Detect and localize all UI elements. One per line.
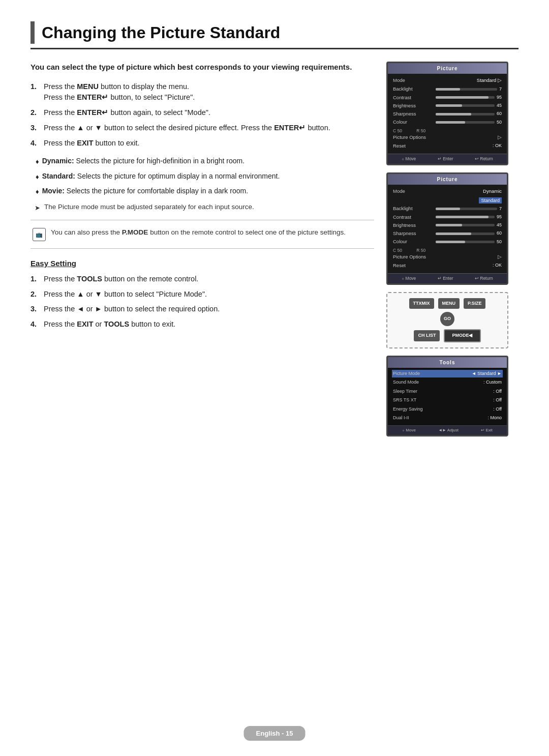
picture-mode-bullets: ♦ Dynamic: Selects the picture for high-… [36, 156, 374, 197]
remote-note: 📺 You can also press the P.MODE button o… [33, 227, 374, 241]
tv-row2-colour: Colour 50 [393, 238, 502, 245]
intro-text: You can select the type of picture which… [30, 62, 374, 73]
tv-screen-1: Picture Mode Standard ▷ Backlight 7 Cont… [386, 62, 508, 165]
tv-screen2-body: Mode Dynamic Standard Backlight 7 Contra… [388, 185, 507, 273]
tools-row-sound-mode: Sound Mode : Custom [392, 379, 503, 387]
left-column: You can select the type of picture which… [30, 62, 374, 437]
main-steps-list: 1. Press the MENU button to display the … [30, 81, 374, 149]
remote-row-1: TTXMIX MENU P.SIZE [409, 298, 486, 309]
tools-screen-body: Picture Mode ◄ Standard ► Sound Mode : C… [388, 368, 507, 425]
content-area: You can select the type of picture which… [30, 62, 518, 437]
tv-screen2-footer: ⬦ Move ↵ Enter ↩ Return [388, 273, 507, 283]
tv-screen2-colour-range: C 50 R 50 [393, 247, 502, 254]
tv-row-brightness: Brightness 45 [393, 102, 502, 109]
tv-screen1-body: Mode Standard ▷ Backlight 7 Contrast 95 [388, 74, 507, 154]
tv-row2-contrast: Contrast 95 [393, 214, 502, 221]
separator2 [30, 248, 374, 249]
right-column: Picture Mode Standard ▷ Backlight 7 Cont… [386, 62, 518, 437]
tools-row-srs: SRS TS XT : Off [392, 396, 503, 404]
tools-screen: Tools Picture Mode ◄ Standard ► Sound Mo… [386, 356, 508, 437]
title-accent [30, 21, 35, 44]
page-title: Changing the Picture Standard [42, 20, 280, 45]
remote-note-icon: 📺 [33, 228, 46, 241]
tv-screen2-picture-options: Picture Options ▷ [393, 253, 502, 260]
tools-row-picture-mode: Picture Mode ◄ Standard ► [392, 370, 503, 378]
remote-btn-menu: MENU [438, 298, 460, 309]
tv-screen1-colour-range: C 50 R 50 [393, 128, 502, 134]
bullet-standard: ♦ Standard: Selects the picture for opti… [36, 171, 374, 182]
easy-step-2: 2. Press the ▲ or ▼ button to select "Pi… [30, 289, 374, 300]
tv-screen2-header: Picture [388, 174, 507, 185]
tv-screen-2: Picture Mode Dynamic Standard Backlight … [386, 172, 508, 285]
easy-setting-steps: 1. Press the TOOLS button on the remote … [30, 274, 374, 330]
bullet-movie: ♦ Movie: Selects the picture for comfort… [36, 186, 374, 197]
remote-row-2: GO [440, 312, 454, 326]
tv-screen1-footer: ⬦ Move ↵ Enter ↩ Return [388, 154, 507, 164]
remote-row-3: CH LIST PMODE◀ [414, 329, 480, 342]
tools-screen-footer: ⬦ Move ◄► Adjust ↩ Exit [388, 425, 507, 435]
title-bar: Changing the Picture Standard [30, 20, 518, 49]
remote-btn-go: GO [440, 312, 454, 326]
tv-row-sharpness: Sharpness 60 [393, 110, 502, 118]
tv-screen1-picture-options: Picture Options ▷ [393, 134, 502, 141]
separator [30, 220, 374, 220]
tv-row2-sharpness: Sharpness 60 [393, 230, 502, 237]
remote-btn-ttxmix: TTXMIX [409, 298, 434, 309]
easy-step-3: 3. Press the ◄ or ► button to select the… [30, 304, 374, 315]
tv-row-colour: Colour 50 [393, 119, 502, 126]
remote-btn-chlist: CH LIST [414, 330, 440, 341]
tools-screen-header: Tools [388, 357, 507, 368]
tv-screen2-standard-highlight: Standard [393, 196, 502, 205]
tv-row-contrast: Contrast 95 [393, 94, 502, 101]
step-1: 1. Press the MENU button to display the … [30, 81, 374, 104]
tv-screen1-mode-row: Mode Standard ▷ [393, 77, 502, 84]
tools-row-sleep-timer: Sleep Timer : Off [392, 388, 503, 396]
remote-control-mockup: TTXMIX MENU P.SIZE GO CH LIST PMODE◀ [386, 292, 508, 348]
tv-screen1-header: Picture [388, 63, 507, 74]
note-picture-mode: ➤ The Picture mode must be adjusted sepa… [35, 202, 374, 213]
remote-btn-pmode[interactable]: PMODE◀ [444, 329, 480, 342]
step-3: 3. Press the ▲ or ▼ button to select the… [30, 123, 374, 134]
tv-screen2-reset: Reset : OK [393, 262, 502, 269]
tv-screen1-reset: Reset : OK [393, 142, 502, 150]
tv-row2-brightness: Brightness 45 [393, 222, 502, 229]
tools-row-energy: Energy Saving : Off [392, 405, 503, 414]
easy-step-4: 4. Press the EXIT or TOOLS button to exi… [30, 319, 374, 330]
tv-row2-backlight: Backlight 7 [393, 205, 502, 212]
page: Changing the Picture Standard You can se… [0, 0, 549, 756]
step-2: 2. Press the ENTER↵ button again, to sel… [30, 107, 374, 119]
remote-btn-psize: P.SIZE [464, 298, 485, 309]
page-number: English - 15 [244, 726, 306, 741]
bullet-dynamic: ♦ Dynamic: Selects the picture for high-… [36, 156, 374, 167]
tv-screen2-mode-row: Mode Dynamic [393, 188, 502, 195]
tv-row-backlight: Backlight 7 [393, 85, 502, 93]
step-4: 4. Press the EXIT button to exit. [30, 138, 374, 149]
easy-setting-title: Easy Setting [30, 258, 374, 270]
easy-step-1: 1. Press the TOOLS button on the remote … [30, 274, 374, 285]
tools-row-dual: Dual I-II : Mono [392, 414, 503, 422]
